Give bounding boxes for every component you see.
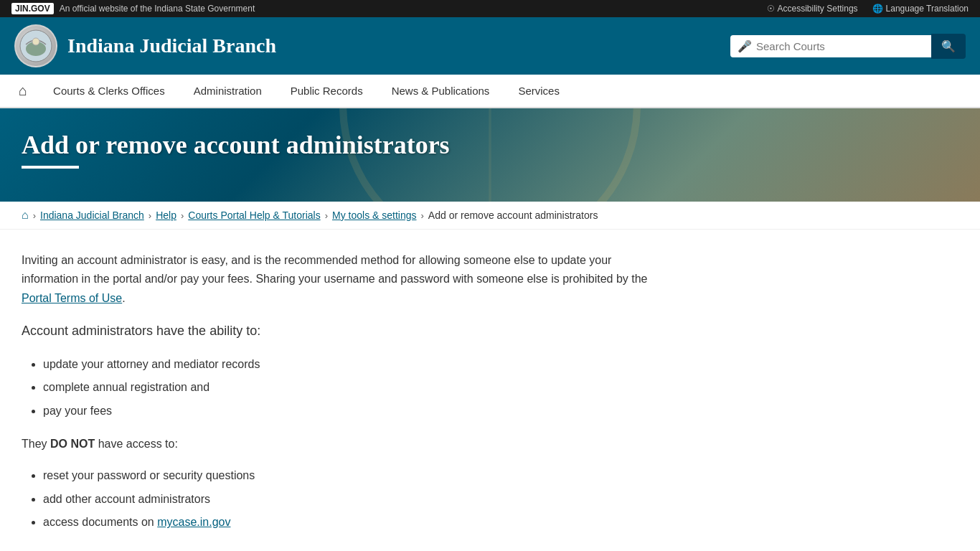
search-button[interactable]: 🔍 [931,34,966,59]
breadcrumb-current: Add or remove account administrators [428,209,598,221]
nav-home[interactable]: ⌂ [7,75,39,106]
page-title: Add or remove account administrators [22,130,958,160]
they-text: They [22,438,47,450]
intro-text: Inviting an account administrator is eas… [22,254,648,285]
nav: ⌂ Courts & Clerks Offices Administration… [0,75,980,108]
search-box: 🎤 [730,35,931,57]
breadcrumb-sep-1: › [149,210,151,221]
top-bar-left: JIN.GOV An official website of the India… [11,3,255,14]
breadcrumb: ⌂ › Indiana Judicial Branch › Help › Cou… [0,202,980,230]
list-item: access documents on mycase.in.gov [43,513,667,532]
breadcrumb-sep-4: › [421,210,424,221]
adding-section: Adding an Account Administrator [22,547,667,551]
accessibility-icon: ☉ [767,4,775,14]
brand-logo [14,24,57,67]
breadcrumb-courts-portal[interactable]: Courts Portal Help & Tutorials [188,209,320,221]
list-item: complete annual registration and [43,378,667,397]
brand-title: Indiana Judicial Branch [67,34,276,57]
portal-terms-link[interactable]: Portal Terms of Use [22,292,122,304]
accessibility-label: Accessibility Settings [778,4,858,14]
breadcrumb-sep-2: › [181,210,184,221]
can-do-heading: Account administrators have the ability … [22,321,667,342]
nav-admin[interactable]: Administration [179,75,276,107]
list-item: add other account administrators [43,490,667,509]
search-area: 🎤 🔍 [730,34,966,59]
adding-section-title: Adding an Account Administrator [22,547,667,551]
breadcrumb-help[interactable]: Help [156,209,176,221]
can-do-list: update your attorney and mediator record… [43,355,667,420]
nav-news[interactable]: News & Publications [377,75,504,107]
header: Indiana Judicial Branch 🎤 🔍 [0,17,980,75]
breadcrumb-ijb[interactable]: Indiana Judicial Branch [40,209,144,221]
do-not-text: DO NOT [50,438,98,450]
mycase-link[interactable]: mycase.in.gov [157,516,230,528]
official-text: An official website of the Indiana State… [60,4,255,14]
list-item: pay your fees [43,402,667,420]
top-bar-right: ☉ Accessibility Settings 🌐 Language Tran… [767,4,969,14]
brand: Indiana Judicial Branch [14,24,276,67]
nav-courts[interactable]: Courts & Clerks Offices [39,75,179,107]
content-area: Inviting an account administrator is eas… [0,230,689,551]
breadcrumb-sep-3: › [325,210,328,221]
hero-banner: Add or remove account administrators [0,108,980,202]
nav-services[interactable]: Services [504,75,574,107]
language-link[interactable]: 🌐 Language Translation [872,4,969,14]
intro-paragraph: Inviting an account administrator is eas… [22,251,667,308]
mic-icon[interactable]: 🎤 [738,39,752,53]
jin-gov-logo: JIN.GOV [11,3,54,14]
list-item: update your attorney and mediator record… [43,355,667,374]
intro-end: . [122,292,125,304]
language-label: Language Translation [886,4,969,14]
search-input[interactable] [756,40,924,52]
have-access-text: have access to: [98,438,178,450]
access-docs-text: access documents on [43,516,154,528]
cannot-do-list: reset your password or security question… [43,466,667,532]
nav-public-records[interactable]: Public Records [276,75,377,107]
breadcrumb-home-icon[interactable]: ⌂ [22,209,29,222]
svg-point-2 [32,38,39,45]
list-item: reset your password or security question… [43,466,667,485]
accessibility-link[interactable]: ☉ Accessibility Settings [767,4,858,14]
top-bar: JIN.GOV An official website of the India… [0,0,980,17]
cannot-do-intro: They DO NOT have access to: [22,435,667,453]
language-icon: 🌐 [872,4,883,14]
breadcrumb-sep-0: › [33,210,36,221]
breadcrumb-my-tools[interactable]: My tools & settings [332,209,417,221]
hero-underline [22,166,79,169]
